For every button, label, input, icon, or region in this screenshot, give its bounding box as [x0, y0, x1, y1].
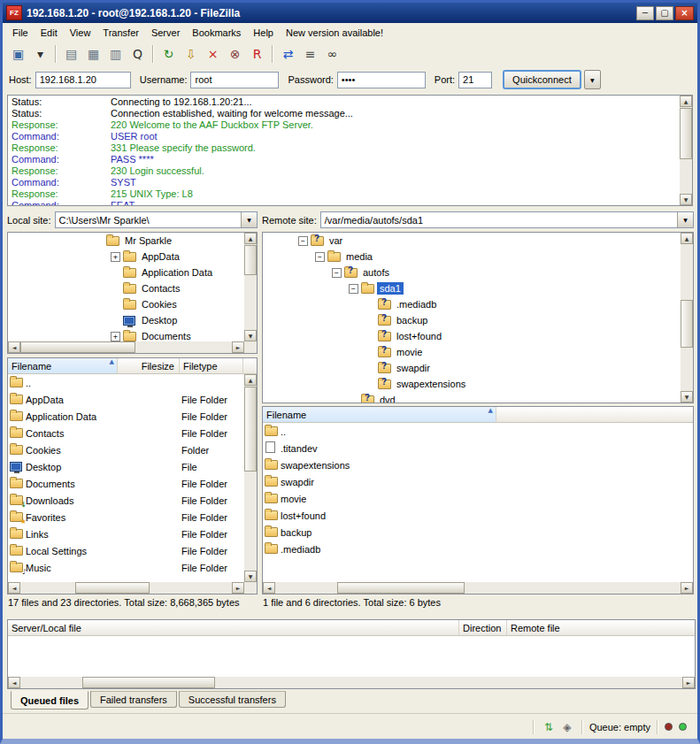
file-row[interactable]: Local Settings File Folder	[8, 542, 244, 559]
menu-item[interactable]: View	[64, 25, 97, 41]
refresh-button[interactable]: ↻	[158, 44, 179, 64]
tree-item[interactable]: Cookies	[8, 296, 244, 312]
scroll-up-icon[interactable]: ▲	[244, 374, 257, 386]
file-row[interactable]: ..	[263, 423, 693, 440]
local-tree-hscrollbar[interactable]: ◄ ►	[8, 341, 244, 353]
scroll-thumb[interactable]	[337, 582, 465, 594]
remote-list-hscrollbar[interactable]: ◄ ►	[263, 582, 693, 594]
tree-item[interactable]: + Documents	[8, 328, 244, 341]
file-row[interactable]: Application Data File Folder	[8, 408, 244, 425]
expand-toggle-icon[interactable]: −	[332, 268, 342, 278]
tab-successful-transfers[interactable]: Successful transfers	[179, 691, 286, 708]
scroll-down-icon[interactable]: ▼	[681, 391, 693, 403]
scroll-left-icon[interactable]: ◄	[8, 341, 20, 353]
file-row[interactable]: AppData File Folder	[8, 391, 244, 408]
remote-tree-vscrollbar[interactable]: ▲ ▼	[681, 233, 693, 403]
menu-item[interactable]: Bookmarks	[186, 25, 247, 41]
file-row[interactable]: ↓ Downloads File Folder	[8, 492, 244, 509]
expand-toggle-icon[interactable]: +	[111, 252, 120, 262]
file-row[interactable]: swapdir	[263, 473, 693, 490]
file-row[interactable]: Documents File Folder	[8, 475, 244, 492]
process-queue-button[interactable]: ⇩	[181, 44, 201, 64]
file-row[interactable]: lost+found	[263, 507, 693, 524]
scroll-thumb[interactable]	[82, 677, 215, 688]
expand-toggle-icon[interactable]: +	[111, 332, 120, 341]
toggle-queue-button[interactable]: Q	[127, 44, 148, 64]
tree-item[interactable]: − media	[263, 249, 681, 265]
file-row[interactable]: swapextensions	[263, 456, 693, 473]
tree-item[interactable]: Application Data	[8, 265, 244, 280]
scroll-right-icon[interactable]: ►	[681, 582, 693, 594]
reconnect-button[interactable]: R	[247, 44, 267, 64]
tree-item[interactable]: Contacts	[8, 280, 244, 296]
tree-item[interactable]: movie	[263, 344, 681, 360]
tree-item[interactable]: .mediadb	[263, 296, 681, 312]
remote-site-combo[interactable]: /var/media/autofs/sda1 ▼	[320, 211, 694, 228]
scroll-thumb[interactable]	[75, 582, 150, 594]
column-header-direction[interactable]: Direction	[459, 620, 507, 636]
column-header-remote-file[interactable]: Remote file	[507, 620, 695, 636]
find-files-button[interactable]: ∞	[322, 44, 342, 64]
site-manager-dropdown[interactable]: ▾	[30, 44, 50, 64]
queue-hscrollbar[interactable]: ◄ ►	[8, 677, 695, 688]
tree-item[interactable]: backup	[263, 312, 681, 328]
scroll-right-icon[interactable]: ►	[232, 582, 244, 594]
tree-item[interactable]: − var	[263, 233, 681, 249]
menu-item[interactable]: Transfer	[96, 25, 145, 41]
local-list-hscrollbar[interactable]: ◄ ►	[8, 582, 244, 594]
scroll-thumb[interactable]	[244, 387, 257, 472]
tree-item[interactable]: dvd	[263, 392, 681, 403]
chevron-down-icon[interactable]: ▼	[677, 212, 693, 227]
file-row[interactable]: Cookies Folder	[8, 441, 244, 458]
scroll-left-icon[interactable]: ◄	[8, 677, 20, 688]
file-row[interactable]: ♪ Music File Folder	[8, 559, 244, 576]
password-input[interactable]	[337, 72, 426, 88]
scroll-down-icon[interactable]: ▼	[680, 194, 692, 205]
file-row[interactable]: .mediadb	[263, 541, 693, 557]
quickconnect-button[interactable]: Quickconnect	[503, 70, 581, 89]
tree-item[interactable]: swapextensions	[263, 376, 681, 392]
menu-item[interactable]: Server	[145, 25, 186, 41]
expand-toggle-icon[interactable]: −	[298, 236, 308, 246]
local-list-vscrollbar[interactable]: ▲ ▼	[244, 374, 257, 582]
toggle-message-log-button[interactable]: ▤	[61, 44, 81, 64]
log-scrollbar[interactable]: ▲ ▼	[680, 96, 692, 205]
file-row[interactable]: ..	[8, 374, 244, 391]
tab-queued-files[interactable]: Queued files	[11, 691, 88, 709]
scroll-up-icon[interactable]: ▲	[680, 96, 692, 107]
scroll-left-icon[interactable]: ◄	[8, 582, 20, 594]
scroll-right-icon[interactable]: ►	[682, 677, 695, 688]
site-manager-button[interactable]: ▣	[8, 44, 28, 64]
column-header-filesize[interactable]: Filesize	[118, 358, 180, 374]
menu-item[interactable]: File	[6, 25, 35, 41]
column-header-filename[interactable]: Filename ▲	[8, 358, 118, 374]
scroll-up-icon[interactable]: ▲	[681, 233, 693, 244]
scroll-down-icon[interactable]: ▼	[244, 571, 257, 582]
column-header-filename[interactable]: Filename ▲	[263, 407, 496, 423]
file-row[interactable]: Desktop File	[8, 458, 244, 475]
scroll-right-icon[interactable]: ►	[232, 341, 244, 353]
file-row[interactable]: ★ Favorites File Folder	[8, 509, 244, 525]
filter-icon[interactable]: ◈	[559, 720, 575, 734]
synchronized-browsing-button[interactable]: ⇄	[278, 44, 298, 64]
toggle-remote-tree-button[interactable]: ▥	[105, 44, 126, 64]
host-input[interactable]	[35, 72, 131, 88]
local-site-combo[interactable]: C:\Users\Mr Sparkle\ ▼	[55, 211, 258, 228]
local-tree-vscrollbar[interactable]: ▲ ▼	[244, 233, 257, 341]
tree-item[interactable]: − sda1	[263, 280, 681, 296]
tree-item[interactable]: Mr Sparkle	[8, 233, 244, 249]
tree-item[interactable]: − autofs	[263, 265, 681, 280]
scroll-up-icon[interactable]: ▲	[244, 233, 257, 244]
column-header-filetype[interactable]: Filetype	[180, 358, 243, 374]
port-input[interactable]	[458, 72, 492, 88]
tree-item[interactable]: + AppData	[8, 249, 244, 265]
file-row[interactable]: Contacts File Folder	[8, 425, 244, 441]
username-input[interactable]	[190, 72, 279, 88]
chevron-down-icon[interactable]: ▼	[241, 212, 257, 227]
tree-item[interactable]: Desktop	[8, 312, 244, 328]
expand-toggle-icon[interactable]: −	[315, 252, 325, 262]
menu-item[interactable]: Help	[247, 25, 280, 41]
quickconnect-dropdown-button[interactable]: ▼	[584, 70, 601, 89]
directory-comparison-button[interactable]: ≡	[300, 44, 320, 64]
tree-item[interactable]: lost+found	[263, 328, 681, 344]
